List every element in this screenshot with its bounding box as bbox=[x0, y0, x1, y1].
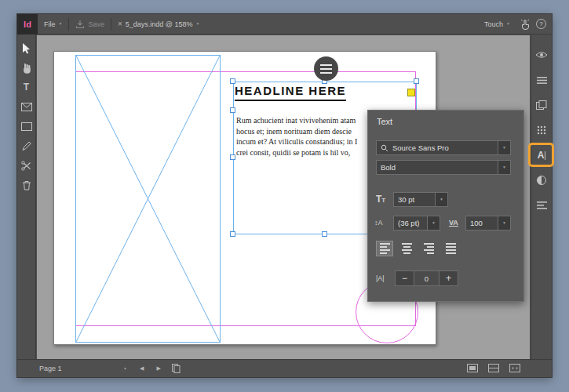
frame-handle-left-mid[interactable] bbox=[230, 154, 235, 160]
view-options-button[interactable] bbox=[509, 364, 520, 374]
file-menu-label: File bbox=[44, 20, 56, 28]
stepper-minus-button[interactable]: − bbox=[395, 270, 414, 286]
screen-mode-preview-icon bbox=[488, 364, 499, 372]
hand-icon bbox=[21, 62, 32, 74]
dropdown-arrow[interactable]: ▼ bbox=[498, 161, 510, 174]
help-glyph: ? bbox=[539, 20, 542, 27]
help-button[interactable]: ? bbox=[536, 19, 546, 29]
chevron-down-icon: ▼ bbox=[440, 198, 443, 201]
shape-tool[interactable] bbox=[20, 119, 34, 133]
image-frame-icon bbox=[21, 103, 32, 111]
delete-tool[interactable] bbox=[20, 178, 34, 192]
type-tool[interactable]: T bbox=[20, 80, 34, 94]
frame-diagonals-icon bbox=[76, 56, 220, 342]
frame-handle-top-left[interactable] bbox=[230, 78, 235, 84]
next-page-button[interactable]: ▶ bbox=[156, 365, 160, 372]
align-right-button[interactable] bbox=[420, 241, 437, 256]
image-placeholder-frame[interactable] bbox=[75, 55, 221, 343]
panel-title: Text bbox=[377, 117, 392, 126]
indesign-logo: Id bbox=[17, 14, 38, 34]
dropdown-arrow[interactable]: ▼ bbox=[435, 193, 447, 206]
dropdown-arrow[interactable]: ▼ bbox=[498, 216, 510, 230]
spread-view-button[interactable] bbox=[172, 364, 181, 373]
live-corner-handle[interactable] bbox=[407, 89, 415, 96]
scissors-tool[interactable] bbox=[20, 158, 34, 172]
color-panel-button[interactable] bbox=[534, 172, 549, 188]
page-selector[interactable]: Page 1 ▼ bbox=[39, 365, 127, 372]
frame-options-button[interactable] bbox=[314, 56, 338, 81]
close-icon[interactable]: × bbox=[118, 20, 122, 28]
save-label: Save bbox=[88, 20, 104, 28]
tracking-dropdown[interactable]: 100 ▼ bbox=[465, 216, 511, 230]
lines-icon bbox=[537, 201, 547, 209]
frame-handle-left-upper[interactable] bbox=[230, 107, 235, 113]
chevron-down-icon: ▼ bbox=[196, 22, 200, 26]
dropdown-arrow[interactable]: ▼ bbox=[427, 216, 440, 230]
color-circle-icon bbox=[536, 175, 547, 186]
chevron-down-icon: ▼ bbox=[506, 22, 510, 26]
file-menu[interactable]: File ▼ bbox=[38, 14, 68, 34]
selection-arrow-icon bbox=[21, 42, 31, 54]
hand-tool[interactable] bbox=[20, 60, 34, 74]
body-line: hocus et; inem norituam diem descie bbox=[236, 126, 357, 137]
screen-mode-preview-button[interactable] bbox=[488, 364, 499, 374]
align-right-icon bbox=[424, 243, 434, 254]
dropdown-arrow[interactable]: ▼ bbox=[498, 141, 510, 154]
layers-panel-button[interactable] bbox=[534, 198, 549, 213]
headline-text[interactable]: HEADLINE HERE bbox=[235, 84, 346, 101]
body-text[interactable]: Rum achucient inat vivivehenim atam hocu… bbox=[236, 115, 357, 158]
tutorial-highlight bbox=[528, 143, 554, 167]
align-justify-button[interactable] bbox=[442, 241, 459, 256]
menu-panel-button[interactable] bbox=[534, 72, 549, 88]
align-justify-icon bbox=[446, 243, 456, 254]
image-frame-tool[interactable] bbox=[20, 100, 34, 114]
body-line: Rum achucient inat vivivehenim atam bbox=[236, 115, 357, 126]
font-size-icon: TT bbox=[376, 194, 385, 205]
save-button[interactable]: Save bbox=[69, 14, 111, 34]
touch-gesture-button[interactable] bbox=[516, 14, 534, 34]
page-thumb-icon bbox=[172, 364, 181, 373]
panels-dock: A bbox=[531, 34, 552, 359]
view-mode-buttons bbox=[467, 364, 520, 374]
screen-mode-normal-button[interactable] bbox=[467, 364, 478, 374]
selection-tool[interactable] bbox=[20, 41, 34, 55]
frame-handle-bottom-left[interactable] bbox=[230, 231, 235, 237]
font-family-value: Source Sans Pro bbox=[388, 143, 498, 152]
pencil-icon bbox=[21, 140, 32, 151]
chevron-down-icon: ▼ bbox=[123, 367, 127, 371]
screen-mode-normal-icon bbox=[467, 364, 478, 372]
frame-handle-bottom-mid[interactable] bbox=[322, 231, 327, 237]
chevron-down-icon: ▼ bbox=[502, 146, 506, 150]
scissors-icon bbox=[21, 161, 31, 171]
align-left-button[interactable] bbox=[376, 241, 393, 256]
stepper-plus-button[interactable]: + bbox=[439, 270, 458, 286]
font-search-icon bbox=[381, 144, 388, 152]
pages-panel-button[interactable] bbox=[534, 97, 549, 113]
leading-dropdown[interactable]: (36 pt) ▼ bbox=[393, 216, 440, 230]
font-family-dropdown[interactable]: Source Sans Pro ▼ bbox=[376, 140, 511, 155]
stepper-value[interactable]: 0 bbox=[414, 270, 440, 286]
document-tab[interactable]: × 5_days.indd @ 158% ▼ bbox=[111, 14, 206, 34]
leading-value: (36 pt) bbox=[394, 219, 427, 227]
body-line: crei consit, quidii se potam is hil vo, bbox=[236, 147, 357, 158]
rectangle-icon bbox=[21, 122, 32, 131]
type-tool-glyph: T bbox=[24, 82, 29, 93]
swatches-panel-button[interactable] bbox=[534, 122, 549, 138]
preview-panel-button[interactable] bbox=[534, 47, 549, 63]
app-window: Id File ▼ Save × 5_days.indd @ 158% ▼ To… bbox=[17, 14, 552, 377]
hamburger-menu-icon bbox=[537, 77, 547, 84]
previous-page-button[interactable]: ◀ bbox=[140, 365, 144, 372]
text-panel: Text Source Sans Pro ▼ Bold ▼ TT 30 pt ▼… bbox=[367, 110, 524, 302]
touch-workspace-menu[interactable]: Touch ▼ bbox=[478, 14, 516, 34]
chevron-down-icon: ▼ bbox=[502, 221, 506, 225]
align-center-icon bbox=[402, 243, 412, 254]
font-size-dropdown[interactable]: 30 pt ▼ bbox=[393, 192, 448, 207]
frame-handle-top-right[interactable] bbox=[414, 78, 419, 84]
align-center-button[interactable] bbox=[398, 241, 415, 256]
status-bar: Page 1 ▼ ◀ ▶ bbox=[17, 359, 552, 377]
font-style-value: Bold bbox=[377, 163, 498, 172]
grid-dots-icon bbox=[537, 125, 546, 135]
font-style-dropdown[interactable]: Bold ▼ bbox=[376, 160, 511, 175]
pencil-tool[interactable] bbox=[20, 139, 34, 153]
chevron-down-icon: ▼ bbox=[432, 221, 436, 225]
